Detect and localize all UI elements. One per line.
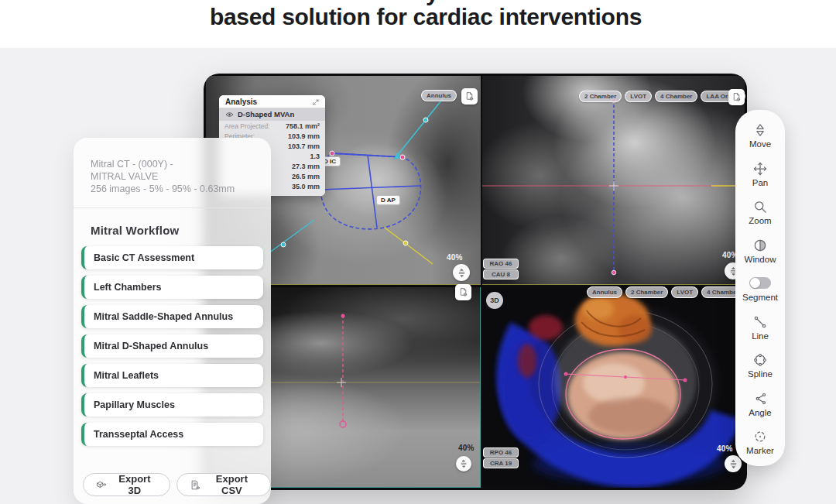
- slice-scroll-button[interactable]: [725, 455, 742, 472]
- pan-icon: [752, 161, 768, 177]
- workflow-item-left-chambers[interactable]: Left Chambers: [81, 276, 263, 299]
- scroll-slices-icon: [459, 459, 468, 468]
- workflow-item-basic-ct[interactable]: Basic CT Assessment: [81, 246, 263, 269]
- orientation-rpo: RPO 46: [483, 447, 519, 458]
- document-export-icon: [732, 92, 742, 102]
- measure-label-dap: D AP: [376, 195, 400, 205]
- angle-icon: [752, 391, 768, 406]
- snapshot-button[interactable]: [728, 89, 745, 105]
- marker-icon: [752, 429, 768, 444]
- tag-lvot[interactable]: LVOT: [625, 91, 652, 102]
- toggle-knob: [750, 278, 760, 288]
- viewport-2chamber-ct[interactable]: [482, 76, 745, 285]
- zoom-level-bl: 40%: [458, 444, 475, 452]
- slice-scroll-button[interactable]: [453, 264, 470, 281]
- heart-3d-render: [482, 287, 745, 488]
- zoom-level-br: 40%: [717, 444, 733, 453]
- tag-4chamber[interactable]: 4 Chamber: [655, 91, 697, 102]
- visibility-eye-icon[interactable]: [225, 111, 234, 118]
- export-actions: Export 3D Export CSV: [83, 473, 271, 496]
- viewport-3d-render[interactable]: [482, 287, 745, 488]
- spline-icon: [752, 352, 768, 368]
- workflow-item-papillary[interactable]: Papillary Muscles: [81, 393, 263, 417]
- tag-annulus[interactable]: Annulus: [421, 90, 457, 101]
- cube-export-icon: [96, 479, 107, 491]
- tool-move[interactable]: Move: [735, 122, 785, 149]
- window-icon: [752, 238, 768, 253]
- export-csv-button[interactable]: Export CSV: [176, 473, 271, 496]
- viewport-br-tags: Annulus 2 Chamber LVOT 4 Chamber: [587, 286, 744, 298]
- zoom-level-tl: 40%: [447, 253, 463, 262]
- scroll-slices-icon: [728, 459, 738, 469]
- study-line3: 256 images - 5% - 95% - 0.63mm: [91, 183, 254, 195]
- workflow-item-transseptal[interactable]: Transseptal Access: [81, 423, 263, 446]
- document-export-icon: [458, 287, 468, 297]
- tools-toolbar: Move Pan Zoom Window Segment Line Spline: [735, 110, 785, 466]
- hero-heading: y based solution for cardiac interventio…: [0, 0, 836, 34]
- page: y based solution for cardiac interventio…: [0, 0, 836, 504]
- tag-2chamber[interactable]: 2 Chamber: [625, 286, 668, 298]
- workflow-title: Mitral Workflow: [74, 208, 271, 246]
- file-export-icon: [190, 479, 200, 491]
- heading-line1-clipped: y: [426, 0, 439, 6]
- document-export-icon: [464, 91, 475, 101]
- workflow-sidebar: Mitral CT - (000Y) - MITRAL VALVE 256 im…: [74, 138, 271, 504]
- orientation-cau: CAU 8: [483, 269, 519, 279]
- tool-zoom[interactable]: Zoom: [735, 199, 785, 225]
- zoom-icon: [752, 199, 768, 214]
- tool-pan[interactable]: Pan: [735, 161, 785, 187]
- orientation-cra: CRA 19: [483, 458, 519, 468]
- viewport-tl-tags: Annulus: [421, 90, 457, 101]
- resize-panel-icon[interactable]: [312, 98, 320, 106]
- tool-segment[interactable]: Segment: [735, 276, 785, 302]
- orientation-rao: RAO 46: [483, 259, 519, 269]
- tag-annulus[interactable]: Annulus: [587, 286, 622, 298]
- 3d-badge: 3D: [486, 292, 503, 309]
- tool-marker[interactable]: Marker: [735, 429, 785, 455]
- workflow-item-leaflets[interactable]: Mitral Leaflets: [81, 364, 263, 387]
- tool-angle[interactable]: Angle: [735, 391, 785, 417]
- slice-scroll-button[interactable]: [456, 456, 471, 471]
- export-3d-button[interactable]: Export 3D: [83, 473, 170, 496]
- analysis-title: Analysis: [225, 98, 257, 106]
- measurement-value-row: Area Projected:758.1 mm²: [219, 122, 325, 132]
- tag-2chamber[interactable]: 2 Chamber: [579, 91, 622, 102]
- study-line2: MITRAL VALVE: [91, 170, 254, 183]
- crosshair-overlay: [482, 76, 745, 285]
- workflow-item-dshaped-annulus[interactable]: Mitral D-Shaped Annulus: [81, 334, 263, 358]
- workflow-list: Basic CT Assessment Left Chambers Mitral…: [74, 246, 271, 446]
- scroll-slices-icon: [457, 268, 467, 278]
- viewport-tr-tags: 2 Chamber LVOT 4 Chamber LAA Orifice: [579, 91, 745, 102]
- tool-line[interactable]: Line: [735, 314, 785, 341]
- segment-toggle[interactable]: [749, 277, 771, 289]
- tool-window[interactable]: Window: [735, 238, 785, 264]
- study-line1: Mitral CT - (000Y) -: [91, 158, 254, 170]
- study-info: Mitral CT - (000Y) - MITRAL VALVE 256 im…: [74, 138, 271, 195]
- line-icon: [752, 314, 768, 330]
- move-icon: [752, 122, 768, 138]
- tool-spline[interactable]: Spline: [735, 352, 785, 379]
- page-title: based solution for cardiac interventions: [0, 0, 836, 34]
- measurement-row[interactable]: D-Shaped MVAn: [219, 108, 325, 121]
- snapshot-button[interactable]: [461, 88, 478, 105]
- workflow-item-saddle-annulus[interactable]: Mitral Saddle-Shaped Annulus: [81, 305, 263, 328]
- measurement-name: D-Shaped MVAn: [238, 110, 294, 118]
- tag-lvot[interactable]: LVOT: [671, 286, 698, 298]
- snapshot-button[interactable]: [455, 284, 471, 300]
